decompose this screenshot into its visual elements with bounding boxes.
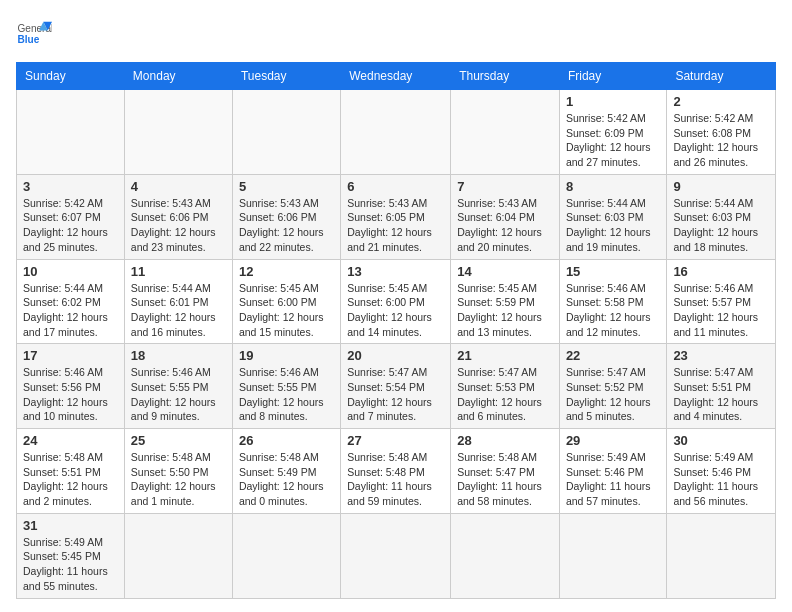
day-number: 20	[347, 348, 444, 363]
calendar-cell: 10Sunrise: 5:44 AM Sunset: 6:02 PM Dayli…	[17, 259, 125, 344]
day-info: Sunrise: 5:43 AM Sunset: 6:06 PM Dayligh…	[131, 196, 226, 255]
calendar-cell: 22Sunrise: 5:47 AM Sunset: 5:52 PM Dayli…	[559, 344, 667, 429]
svg-text:Blue: Blue	[17, 34, 39, 45]
day-info: Sunrise: 5:47 AM Sunset: 5:52 PM Dayligh…	[566, 365, 661, 424]
calendar-cell: 21Sunrise: 5:47 AM Sunset: 5:53 PM Dayli…	[451, 344, 560, 429]
day-number: 29	[566, 433, 661, 448]
day-info: Sunrise: 5:46 AM Sunset: 5:55 PM Dayligh…	[239, 365, 334, 424]
day-info: Sunrise: 5:49 AM Sunset: 5:46 PM Dayligh…	[566, 450, 661, 509]
day-info: Sunrise: 5:42 AM Sunset: 6:07 PM Dayligh…	[23, 196, 118, 255]
day-number: 3	[23, 179, 118, 194]
day-info: Sunrise: 5:44 AM Sunset: 6:01 PM Dayligh…	[131, 281, 226, 340]
logo-icon: General Blue	[16, 16, 52, 52]
week-row-3: 10Sunrise: 5:44 AM Sunset: 6:02 PM Dayli…	[17, 259, 776, 344]
day-number: 15	[566, 264, 661, 279]
header-day-thursday: Thursday	[451, 63, 560, 90]
day-info: Sunrise: 5:48 AM Sunset: 5:48 PM Dayligh…	[347, 450, 444, 509]
calendar-table: SundayMondayTuesdayWednesdayThursdayFrid…	[16, 62, 776, 599]
day-number: 4	[131, 179, 226, 194]
calendar-cell: 23Sunrise: 5:47 AM Sunset: 5:51 PM Dayli…	[667, 344, 776, 429]
day-info: Sunrise: 5:49 AM Sunset: 5:46 PM Dayligh…	[673, 450, 769, 509]
page-header: General Blue	[16, 16, 776, 52]
header-day-saturday: Saturday	[667, 63, 776, 90]
day-info: Sunrise: 5:47 AM Sunset: 5:54 PM Dayligh…	[347, 365, 444, 424]
day-number: 24	[23, 433, 118, 448]
day-number: 6	[347, 179, 444, 194]
calendar-cell: 30Sunrise: 5:49 AM Sunset: 5:46 PM Dayli…	[667, 429, 776, 514]
calendar-cell	[232, 90, 340, 175]
day-info: Sunrise: 5:48 AM Sunset: 5:50 PM Dayligh…	[131, 450, 226, 509]
day-info: Sunrise: 5:49 AM Sunset: 5:45 PM Dayligh…	[23, 535, 118, 594]
day-number: 13	[347, 264, 444, 279]
day-info: Sunrise: 5:46 AM Sunset: 5:56 PM Dayligh…	[23, 365, 118, 424]
day-number: 17	[23, 348, 118, 363]
calendar-cell	[451, 90, 560, 175]
calendar-cell: 25Sunrise: 5:48 AM Sunset: 5:50 PM Dayli…	[124, 429, 232, 514]
calendar-cell: 13Sunrise: 5:45 AM Sunset: 6:00 PM Dayli…	[341, 259, 451, 344]
calendar-cell	[341, 90, 451, 175]
day-number: 2	[673, 94, 769, 109]
day-number: 30	[673, 433, 769, 448]
week-row-2: 3Sunrise: 5:42 AM Sunset: 6:07 PM Daylig…	[17, 174, 776, 259]
day-info: Sunrise: 5:45 AM Sunset: 5:59 PM Dayligh…	[457, 281, 553, 340]
day-number: 1	[566, 94, 661, 109]
day-info: Sunrise: 5:46 AM Sunset: 5:58 PM Dayligh…	[566, 281, 661, 340]
day-number: 8	[566, 179, 661, 194]
calendar-cell: 20Sunrise: 5:47 AM Sunset: 5:54 PM Dayli…	[341, 344, 451, 429]
calendar-cell: 8Sunrise: 5:44 AM Sunset: 6:03 PM Daylig…	[559, 174, 667, 259]
day-number: 12	[239, 264, 334, 279]
header-day-wednesday: Wednesday	[341, 63, 451, 90]
day-number: 16	[673, 264, 769, 279]
calendar-cell: 4Sunrise: 5:43 AM Sunset: 6:06 PM Daylig…	[124, 174, 232, 259]
calendar-cell	[124, 90, 232, 175]
day-number: 19	[239, 348, 334, 363]
day-info: Sunrise: 5:48 AM Sunset: 5:47 PM Dayligh…	[457, 450, 553, 509]
day-number: 25	[131, 433, 226, 448]
day-info: Sunrise: 5:43 AM Sunset: 6:04 PM Dayligh…	[457, 196, 553, 255]
day-info: Sunrise: 5:44 AM Sunset: 6:03 PM Dayligh…	[566, 196, 661, 255]
calendar-cell: 29Sunrise: 5:49 AM Sunset: 5:46 PM Dayli…	[559, 429, 667, 514]
calendar-cell: 3Sunrise: 5:42 AM Sunset: 6:07 PM Daylig…	[17, 174, 125, 259]
calendar-cell	[341, 513, 451, 598]
day-number: 7	[457, 179, 553, 194]
day-number: 21	[457, 348, 553, 363]
calendar-cell: 17Sunrise: 5:46 AM Sunset: 5:56 PM Dayli…	[17, 344, 125, 429]
header-day-tuesday: Tuesday	[232, 63, 340, 90]
week-row-1: 1Sunrise: 5:42 AM Sunset: 6:09 PM Daylig…	[17, 90, 776, 175]
calendar-cell	[232, 513, 340, 598]
calendar-cell: 2Sunrise: 5:42 AM Sunset: 6:08 PM Daylig…	[667, 90, 776, 175]
week-row-5: 24Sunrise: 5:48 AM Sunset: 5:51 PM Dayli…	[17, 429, 776, 514]
calendar-cell: 28Sunrise: 5:48 AM Sunset: 5:47 PM Dayli…	[451, 429, 560, 514]
calendar-cell	[124, 513, 232, 598]
calendar-cell	[451, 513, 560, 598]
calendar-cell: 14Sunrise: 5:45 AM Sunset: 5:59 PM Dayli…	[451, 259, 560, 344]
calendar-cell: 1Sunrise: 5:42 AM Sunset: 6:09 PM Daylig…	[559, 90, 667, 175]
calendar-cell: 12Sunrise: 5:45 AM Sunset: 6:00 PM Dayli…	[232, 259, 340, 344]
day-number: 22	[566, 348, 661, 363]
day-info: Sunrise: 5:48 AM Sunset: 5:49 PM Dayligh…	[239, 450, 334, 509]
day-info: Sunrise: 5:45 AM Sunset: 6:00 PM Dayligh…	[239, 281, 334, 340]
day-number: 28	[457, 433, 553, 448]
header-day-friday: Friday	[559, 63, 667, 90]
day-number: 11	[131, 264, 226, 279]
day-info: Sunrise: 5:42 AM Sunset: 6:09 PM Dayligh…	[566, 111, 661, 170]
day-info: Sunrise: 5:44 AM Sunset: 6:02 PM Dayligh…	[23, 281, 118, 340]
day-number: 14	[457, 264, 553, 279]
day-number: 10	[23, 264, 118, 279]
calendar-cell: 9Sunrise: 5:44 AM Sunset: 6:03 PM Daylig…	[667, 174, 776, 259]
calendar-cell	[667, 513, 776, 598]
day-info: Sunrise: 5:48 AM Sunset: 5:51 PM Dayligh…	[23, 450, 118, 509]
day-number: 18	[131, 348, 226, 363]
calendar-cell: 7Sunrise: 5:43 AM Sunset: 6:04 PM Daylig…	[451, 174, 560, 259]
day-info: Sunrise: 5:43 AM Sunset: 6:06 PM Dayligh…	[239, 196, 334, 255]
header-row: SundayMondayTuesdayWednesdayThursdayFrid…	[17, 63, 776, 90]
calendar-cell: 31Sunrise: 5:49 AM Sunset: 5:45 PM Dayli…	[17, 513, 125, 598]
header-day-sunday: Sunday	[17, 63, 125, 90]
calendar-body: 1Sunrise: 5:42 AM Sunset: 6:09 PM Daylig…	[17, 90, 776, 599]
calendar-cell	[17, 90, 125, 175]
calendar-cell: 5Sunrise: 5:43 AM Sunset: 6:06 PM Daylig…	[232, 174, 340, 259]
calendar-cell: 18Sunrise: 5:46 AM Sunset: 5:55 PM Dayli…	[124, 344, 232, 429]
calendar-cell	[559, 513, 667, 598]
day-info: Sunrise: 5:42 AM Sunset: 6:08 PM Dayligh…	[673, 111, 769, 170]
calendar-cell: 6Sunrise: 5:43 AM Sunset: 6:05 PM Daylig…	[341, 174, 451, 259]
